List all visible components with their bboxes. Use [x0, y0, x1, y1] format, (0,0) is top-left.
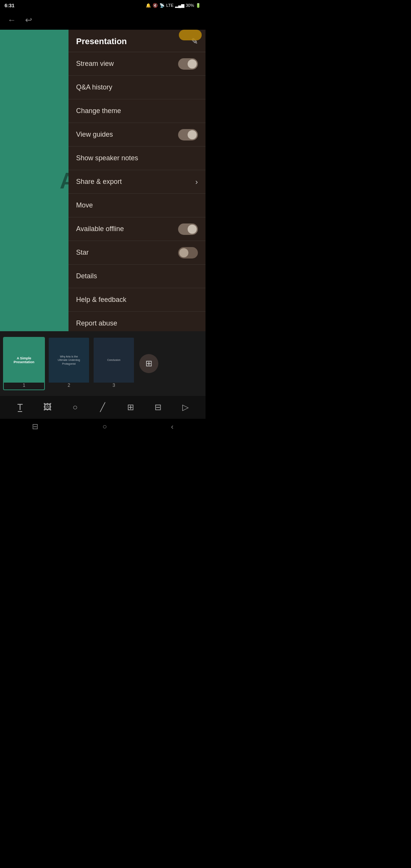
menu-item-help-feedback[interactable]: Help & feedback: [68, 288, 206, 312]
slide-2-num: 2: [49, 383, 89, 388]
menu-item-star[interactable]: Star: [68, 241, 206, 265]
toggle-thumb: [188, 225, 197, 234]
present-tool-icon[interactable]: ▷: [177, 399, 194, 416]
menu-item-speaker-notes[interactable]: Show speaker notes: [68, 147, 206, 170]
back-button[interactable]: ←: [5, 12, 19, 28]
toolbar: T̲ 🖼 ○ ╱ ⊞ ⊟ ▷: [0, 396, 206, 419]
slide-2-text: Why Aria Is theUltimate UnderdogProtagon…: [56, 353, 81, 367]
nav-bar: ← ↩: [0, 11, 206, 30]
battery-percent: 30%: [186, 3, 194, 8]
menu-item-report-abuse[interactable]: Report abuse: [68, 312, 206, 331]
slide-background: A: [0, 30, 80, 331]
stream-view-toggle[interactable]: [178, 58, 198, 70]
table-tool-icon[interactable]: ⊞: [122, 399, 139, 416]
menu-title: Presentation: [76, 37, 127, 46]
wifi-icon: 📡: [159, 3, 165, 8]
slide-thumb-3-bg: Conclusion: [94, 338, 134, 383]
details-label: Details: [76, 272, 97, 280]
menu-item-available-offline[interactable]: Available offline: [68, 217, 206, 241]
slide-3-num: 3: [94, 383, 134, 388]
home-nav-icon[interactable]: ○: [102, 422, 107, 431]
undo-button[interactable]: ↩: [22, 12, 35, 28]
add-slide-icon: ⊞: [145, 359, 152, 369]
qa-history-label: Q&A history: [76, 83, 112, 91]
share-export-label: Share & export: [76, 178, 122, 186]
stream-view-label: Stream view: [76, 60, 114, 68]
slide-1-num: 1: [4, 383, 44, 388]
bottom-nav: ⊟ ○ ‹: [0, 419, 206, 434]
line-tool-icon[interactable]: ╱: [94, 399, 111, 416]
report-abuse-label: Report abuse: [76, 319, 117, 327]
slide-thumb-1-bg: A SimplePresentation: [4, 338, 44, 383]
notch-decoration: [179, 30, 202, 40]
menu-item-view-guides[interactable]: View guides: [68, 123, 206, 147]
recents-nav-icon[interactable]: ⊟: [32, 422, 38, 431]
status-icons: 🔔 🔇 📡 LTE ▂▄▆ 30% 🔋: [146, 3, 201, 8]
add-slide-button[interactable]: ⊞: [139, 354, 158, 373]
slide-3-text: Conclusion: [106, 357, 122, 363]
view-guides-label: View guides: [76, 131, 113, 139]
help-feedback-label: Help & feedback: [76, 296, 126, 304]
text-tool-icon[interactable]: T̲: [11, 399, 28, 416]
status-time: 6:31: [5, 3, 14, 8]
slide-thumbnail-2[interactable]: Why Aria Is theUltimate UnderdogProtagon…: [48, 337, 90, 390]
view-guides-toggle[interactable]: [178, 129, 198, 140]
star-label: Star: [76, 249, 89, 257]
available-offline-toggle[interactable]: [178, 223, 198, 235]
toggle-thumb: [179, 248, 188, 257]
slide-thumbnail-1[interactable]: A SimplePresentation 1: [3, 337, 45, 390]
slide-thumbnail-3[interactable]: Conclusion 3: [93, 337, 135, 390]
menu-panel: Presentation ✎ Stream view Q&A history C…: [68, 30, 206, 331]
notification-icon: 🔔: [146, 3, 151, 8]
mute-icon: 🔇: [153, 3, 158, 8]
menu-item-details[interactable]: Details: [68, 265, 206, 288]
menu-item-move[interactable]: Move: [68, 194, 206, 217]
menu-item-change-theme[interactable]: Change theme: [68, 99, 206, 123]
status-bar: 6:31 🔔 🔇 📡 LTE ▂▄▆ 30% 🔋: [0, 0, 206, 11]
battery-icon: 🔋: [196, 3, 201, 8]
shape-tool-icon[interactable]: ○: [67, 399, 83, 416]
speaker-notes-label: Show speaker notes: [76, 154, 138, 162]
slide-thumb-2-bg: Why Aria Is theUltimate UnderdogProtagon…: [49, 338, 89, 383]
image-tool-icon[interactable]: 🖼: [39, 399, 56, 416]
change-theme-label: Change theme: [76, 107, 121, 115]
signal-bars: ▂▄▆: [175, 3, 184, 8]
menu-item-share-export[interactable]: Share & export ›: [68, 170, 206, 194]
toggle-thumb: [188, 59, 197, 69]
chevron-icon: ›: [195, 177, 198, 186]
lte-indicator: LTE: [166, 3, 174, 8]
menu-item-qa-history[interactable]: Q&A history: [68, 76, 206, 99]
available-offline-label: Available offline: [76, 225, 124, 233]
star-toggle[interactable]: [178, 247, 198, 258]
slide-strip: A SimplePresentation 1 Why Aria Is theUl…: [0, 331, 206, 396]
menu-item-stream-view[interactable]: Stream view: [68, 52, 206, 76]
layout-tool-icon[interactable]: ⊟: [150, 399, 166, 416]
back-nav-icon[interactable]: ‹: [171, 422, 174, 431]
slide-1-title: A SimplePresentation: [14, 356, 35, 364]
move-label: Move: [76, 201, 93, 209]
toggle-thumb: [188, 130, 197, 139]
